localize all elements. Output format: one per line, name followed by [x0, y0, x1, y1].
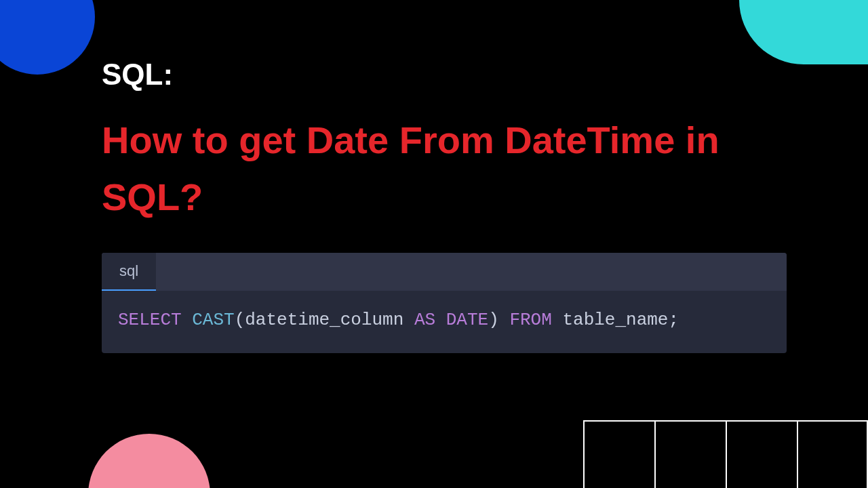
code-keyword-date: DATE [446, 310, 488, 330]
grid-cell [797, 420, 868, 488]
decorative-grid [583, 420, 868, 488]
code-function-cast: CAST [192, 310, 234, 330]
code-keyword-as: AS [414, 310, 435, 330]
decorative-pink-circle [88, 434, 210, 488]
category-label: SQL: [102, 58, 787, 92]
code-tab-sql[interactable]: sql [102, 253, 156, 291]
grid-cell [726, 420, 797, 488]
grid-cell [654, 420, 726, 488]
code-tabs: sql [102, 253, 787, 291]
decorative-cyan-quarter [739, 0, 868, 64]
decorative-blue-circle [0, 0, 95, 75]
content-container: SQL: How to get Date From DateTime in SQ… [102, 58, 787, 353]
page-title: How to get Date From DateTime in SQL? [102, 112, 787, 226]
code-block: sql SELECT CAST(datetime_column AS DATE)… [102, 253, 787, 353]
code-body: SELECT CAST(datetime_column AS DATE) FRO… [102, 291, 787, 353]
code-identifier-column: datetime_column [245, 310, 403, 330]
code-identifier-table: table_name [562, 310, 668, 330]
grid-cell [583, 420, 654, 488]
code-paren-open: ( [235, 310, 245, 330]
code-semicolon: ; [668, 310, 679, 330]
code-keyword-select: SELECT [118, 310, 182, 330]
code-paren-close: ) [488, 310, 499, 330]
code-keyword-from: FROM [509, 310, 551, 330]
